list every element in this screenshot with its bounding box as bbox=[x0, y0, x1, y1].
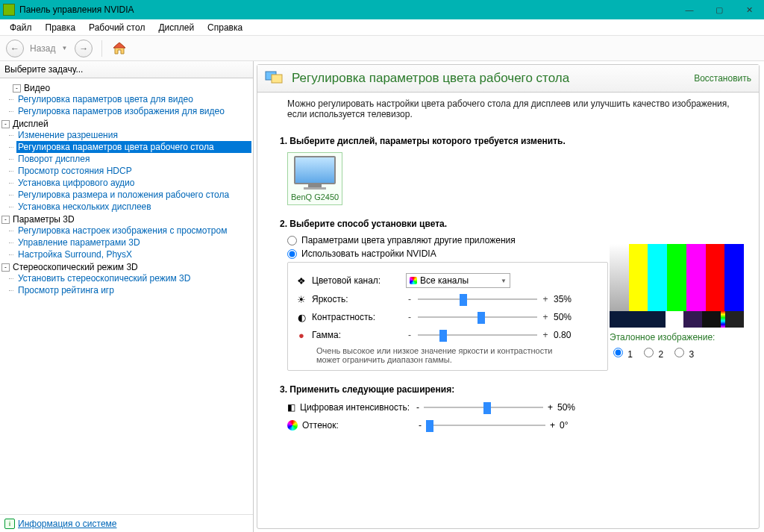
system-info: iИнформация о системе bbox=[0, 514, 253, 532]
vibrance-label: Цифровая интенсивность: bbox=[300, 402, 412, 413]
ref-image-radios: 1 2 3 bbox=[610, 345, 744, 360]
tree-item[interactable]: Установка нескольких дисплеев bbox=[16, 201, 251, 213]
collapse-icon[interactable]: - bbox=[1, 263, 10, 272]
collapse-icon[interactable]: - bbox=[1, 120, 10, 128]
radio-other-input[interactable] bbox=[287, 236, 297, 245]
vibrance-slider[interactable] bbox=[424, 401, 543, 414]
hue-icon bbox=[287, 420, 298, 431]
tree-item[interactable]: Регулировка параметров цвета для видео bbox=[16, 93, 251, 105]
nav-tree: -ВидеоРегулировка параметров цвета для в… bbox=[0, 78, 253, 514]
channel-label: Цветовой канал: bbox=[312, 275, 401, 286]
menubar: Файл Правка Рабочий стол Дисплей Справка bbox=[0, 19, 764, 36]
svg-marker-1 bbox=[113, 43, 125, 48]
brightness-value: 35% bbox=[554, 294, 583, 304]
collapse-icon[interactable]: - bbox=[1, 216, 10, 224]
menu-display[interactable]: Дисплей bbox=[153, 21, 199, 34]
tree-item[interactable]: Поворот дисплея bbox=[16, 153, 251, 165]
tree-item[interactable]: Установить стереоскопический режим 3D bbox=[16, 272, 251, 284]
channel-icon: ❖ bbox=[295, 275, 307, 287]
contrast-label: Контрастность: bbox=[312, 312, 401, 322]
tree-item[interactable]: Регулировка размера и положения рабочего… bbox=[16, 189, 251, 201]
color-bars-lower bbox=[610, 311, 744, 328]
close-button[interactable]: ✕ bbox=[734, 0, 764, 19]
tree-item[interactable]: Регулировка параметров цвета рабочего ст… bbox=[16, 141, 251, 153]
channel-select[interactable]: Все каналы ▼ bbox=[406, 273, 510, 288]
back-dropdown-icon[interactable]: ▼ bbox=[61, 45, 67, 51]
group-label: Видео bbox=[24, 83, 50, 93]
tree-item[interactable]: Изменение разрешения bbox=[16, 129, 251, 141]
tree-item[interactable]: Регулировка параметров изображения для в… bbox=[16, 105, 251, 117]
radio-nvidia-input[interactable] bbox=[287, 249, 297, 259]
nvidia-icon bbox=[3, 4, 15, 16]
all-channels-icon bbox=[410, 277, 417, 284]
monitor-icon bbox=[294, 156, 336, 184]
menu-desktop[interactable]: Рабочий стол bbox=[84, 21, 150, 34]
group-label: Стереоскопический режим 3D bbox=[13, 262, 138, 272]
chevron-down-icon: ▼ bbox=[501, 278, 507, 284]
ref-opt-2[interactable]: 2 bbox=[640, 345, 663, 360]
brightness-slider[interactable] bbox=[418, 292, 537, 306]
channel-value: Все каналы bbox=[420, 275, 469, 286]
step3-title: 3. Применить следующие расширения: bbox=[280, 384, 748, 395]
contrast-value: 50% bbox=[554, 312, 583, 322]
restore-link[interactable]: Восстановить bbox=[694, 73, 751, 84]
group-label: Дисплей bbox=[13, 119, 48, 129]
contrast-slider[interactable] bbox=[418, 310, 537, 324]
svg-rect-3 bbox=[272, 75, 282, 83]
vibrance-icon: ◧ bbox=[287, 402, 295, 413]
back-label: Назад bbox=[30, 43, 55, 54]
page-frame: Регулировка параметров цвета рабочего ст… bbox=[257, 64, 760, 529]
app-window: Панель управления NVIDIA — ▢ ✕ Файл Прав… bbox=[0, 0, 764, 532]
gamma-note: Очень высокое или низкое значение яркост… bbox=[316, 346, 570, 364]
tree-item[interactable]: Просмотр состояния HDCP bbox=[16, 165, 251, 177]
ref-opt-1[interactable]: 1 bbox=[610, 345, 633, 360]
radio-other-label: Параметрами цвета управляют другие прило… bbox=[301, 235, 516, 245]
page-header: Регулировка параметров цвета рабочего ст… bbox=[257, 65, 759, 93]
tree-group[interactable]: -Видео bbox=[1, 83, 251, 93]
system-info-link[interactable]: Информация о системе bbox=[18, 519, 116, 529]
menu-edit[interactable]: Правка bbox=[40, 21, 81, 34]
tree-item[interactable]: Настройка Surround, PhysX bbox=[16, 248, 251, 260]
contrast-icon: ◐ bbox=[295, 311, 307, 323]
monitor-label: BenQ G2450 bbox=[291, 193, 339, 201]
hue-value: 0° bbox=[560, 420, 568, 431]
info-icon: i bbox=[4, 519, 15, 529]
maximize-button[interactable]: ▢ bbox=[704, 0, 734, 19]
tree-item[interactable]: Регулировка настроек изображения с просм… bbox=[16, 225, 251, 237]
minimize-button[interactable]: — bbox=[674, 0, 704, 19]
tree-group[interactable]: -Дисплей bbox=[1, 119, 251, 129]
tree-item[interactable]: Управление параметрами 3D bbox=[16, 237, 251, 248]
hue-slider[interactable] bbox=[426, 419, 545, 432]
titlebar: Панель управления NVIDIA — ▢ ✕ bbox=[0, 0, 764, 19]
group-label: Параметры 3D bbox=[13, 214, 75, 225]
color-bars bbox=[610, 244, 744, 311]
tree-item[interactable]: Установка цифрового аудио bbox=[16, 177, 251, 189]
back-button[interactable]: ← bbox=[6, 40, 24, 57]
gamma-slider[interactable] bbox=[418, 328, 537, 342]
gamma-value: 0.80 bbox=[554, 330, 583, 340]
color-settings-group: ❖ Цветовой канал: Все каналы ▼ ☀ Яркость… bbox=[287, 262, 608, 371]
step2-title: 2. Выберите способ установки цвета. bbox=[280, 219, 748, 229]
forward-button[interactable]: → bbox=[75, 40, 93, 57]
home-button[interactable] bbox=[111, 40, 128, 57]
home-icon bbox=[111, 40, 128, 57]
tree-item[interactable]: Просмотр рейтинга игр bbox=[16, 284, 251, 296]
toolbar: ← Назад ▼ → bbox=[0, 36, 764, 61]
sidebar: Выберите задачу... -ВидеоРегулировка пар… bbox=[0, 61, 254, 532]
brightness-icon: ☀ bbox=[295, 293, 307, 305]
gamma-label: Гамма: bbox=[312, 330, 401, 340]
ref-opt-3[interactable]: 3 bbox=[671, 345, 694, 360]
toolbar-separator bbox=[101, 40, 102, 57]
gamma-icon: ● bbox=[295, 329, 307, 341]
menu-help[interactable]: Справка bbox=[202, 21, 248, 34]
preview-label: Эталонное изображение: bbox=[610, 332, 744, 342]
tree-group[interactable]: -Стереоскопический режим 3D bbox=[1, 262, 251, 272]
tree-group[interactable]: -Параметры 3D bbox=[1, 214, 251, 225]
page-icon bbox=[265, 69, 286, 87]
monitor-selector[interactable]: BenQ G2450 bbox=[287, 152, 342, 205]
preview-panel: Эталонное изображение: 1 2 3 bbox=[610, 244, 744, 360]
collapse-icon[interactable]: - bbox=[13, 84, 21, 93]
window-title: Панель управления NVIDIA bbox=[19, 4, 134, 15]
menu-file[interactable]: Файл bbox=[4, 21, 37, 34]
brightness-label: Яркость: bbox=[312, 294, 401, 304]
